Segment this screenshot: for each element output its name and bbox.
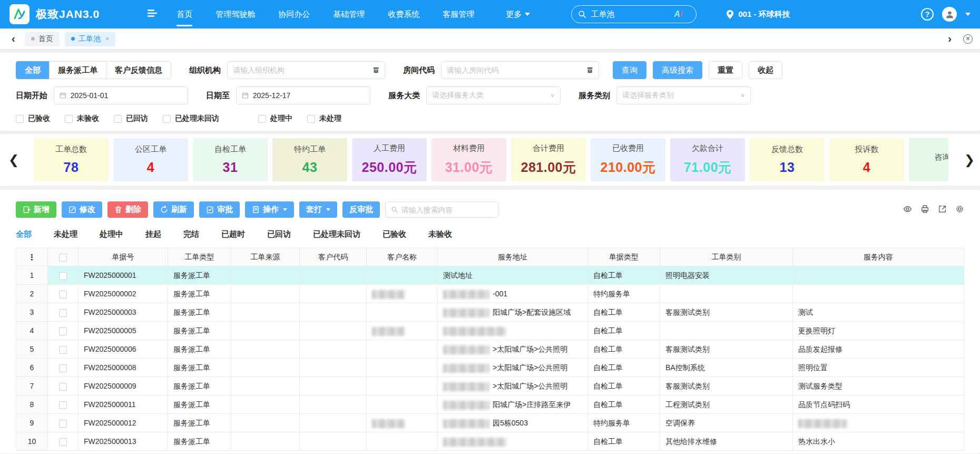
- room-input[interactable]: [447, 66, 586, 74]
- date-start-input[interactable]: [71, 91, 182, 100]
- global-search-input[interactable]: [591, 10, 670, 19]
- table-row[interactable]: 4FW2025000005服务派工单自检工单更换照明灯: [16, 322, 964, 340]
- row-checkbox[interactable]: [59, 401, 67, 409]
- nav-item-5[interactable]: 收费系统: [388, 0, 419, 28]
- menu-collapse-icon[interactable]: [147, 9, 158, 20]
- stat-card-3[interactable]: 自检工单31: [193, 138, 268, 181]
- row-checkbox[interactable]: [59, 364, 67, 372]
- row-checkbox[interactable]: [59, 327, 67, 335]
- filter-button-收起[interactable]: 收起: [749, 61, 782, 79]
- toolbar-button-新增[interactable]: 新增: [16, 201, 56, 218]
- ai-assistant-icon[interactable]: Ai: [674, 9, 682, 19]
- column-header-客户代码[interactable]: 客户代码: [300, 248, 367, 266]
- checkbox-已验收[interactable]: 已验收: [16, 114, 50, 123]
- stat-card-6[interactable]: 材料费用31.00元: [432, 138, 506, 181]
- status-tab-已回访[interactable]: 已回访: [267, 229, 291, 242]
- column-header-服务地址[interactable]: 服务地址: [438, 248, 588, 266]
- stat-card-10[interactable]: 反馈总数13: [750, 138, 825, 181]
- table-row[interactable]: 7FW2025000009服务派工单>太阳城广场>公共照明自检工单客服测试类别测…: [16, 377, 964, 395]
- toolbar-button-反审批[interactable]: 反审批: [342, 201, 380, 218]
- nav-item-3[interactable]: 协同办公: [278, 0, 310, 28]
- date-end-input[interactable]: [253, 91, 365, 100]
- service-cat-select[interactable]: 请选择服务大类 ∨: [426, 86, 561, 104]
- checkbox-box[interactable]: [65, 115, 73, 123]
- status-tab-未验收[interactable]: 未验收: [428, 229, 452, 242]
- help-icon[interactable]: ?: [921, 8, 934, 21]
- room-picker-icon[interactable]: [586, 66, 593, 74]
- column-header-工单类别[interactable]: 工单类别: [660, 248, 793, 266]
- column-header-客户名称[interactable]: 客户名称: [367, 248, 438, 266]
- table-row[interactable]: 3FW2025000003服务派工单阳城广场>配套设施区域自检工单客服测试类别测…: [16, 303, 964, 322]
- filter-button-重置[interactable]: 重置: [709, 61, 742, 79]
- filter-type-tab-2[interactable]: 服务派工单: [49, 61, 106, 79]
- select-all-checkbox[interactable]: [59, 254, 67, 262]
- stat-card-5[interactable]: 人工费用250.00元: [352, 138, 427, 181]
- toolbar-button-修改[interactable]: 修改: [62, 201, 102, 218]
- status-tab-挂起[interactable]: 挂起: [145, 229, 161, 242]
- row-checkbox[interactable]: [59, 420, 67, 428]
- filter-type-tab-1[interactable]: 全部: [16, 61, 50, 79]
- stat-card-1[interactable]: 工单总数78: [34, 138, 109, 181]
- column-header-单据号[interactable]: 单据号: [79, 248, 168, 266]
- checkbox-box[interactable]: [16, 115, 24, 123]
- table-row[interactable]: 8FW2025000011服务派工单阳城广场>庄排路至来伊自检工单工程测试类别品…: [16, 395, 964, 414]
- table-row[interactable]: 5FW2025000006服务派工单>太阳城广场>公共照明自检工单客服测试类别品…: [16, 340, 964, 359]
- page-tab-2[interactable]: 工单池×: [65, 32, 116, 46]
- row-checkbox[interactable]: [59, 438, 67, 446]
- stats-scroll-left-icon[interactable]: ❮: [8, 152, 19, 167]
- status-tab-已处理未回访[interactable]: 已处理未回访: [313, 229, 360, 242]
- chevron-down-icon[interactable]: [965, 13, 971, 16]
- export-icon[interactable]: [938, 205, 947, 214]
- stat-card-9[interactable]: 欠款合计71.00元: [670, 138, 745, 181]
- status-tab-全部[interactable]: 全部: [16, 229, 32, 242]
- user-avatar[interactable]: [942, 7, 957, 22]
- checkbox-处理中[interactable]: 处理中: [258, 114, 292, 123]
- service-type-select[interactable]: 请选择服务类别 ∨: [616, 86, 751, 104]
- nav-item-2[interactable]: 管理驾驶舱: [215, 0, 255, 28]
- toolbar-button-审批[interactable]: 审批: [199, 201, 240, 218]
- checkbox-box[interactable]: [258, 115, 266, 123]
- nav-item-4[interactable]: 基础管理: [333, 0, 365, 28]
- nav-more-button[interactable]: 更多: [506, 9, 530, 20]
- toolbar-button-套打[interactable]: 套打: [299, 201, 337, 218]
- stat-card-2[interactable]: 公区工单4: [113, 138, 188, 181]
- stat-card-12[interactable]: 咨询数: [909, 138, 948, 181]
- filter-type-tab-3[interactable]: 客户反馈信息: [106, 61, 171, 79]
- stat-card-8[interactable]: 已收费用210.00元: [591, 138, 665, 181]
- table-row[interactable]: 9FW2025000012服务派工单园5栋0503特约服务单空调保养: [16, 414, 964, 432]
- stats-scroll-right-icon[interactable]: ❯: [964, 152, 975, 167]
- status-tab-完结[interactable]: 完结: [183, 229, 199, 242]
- org-input[interactable]: [233, 66, 373, 74]
- stat-card-11[interactable]: 投诉数4: [829, 138, 904, 181]
- eye-icon[interactable]: [903, 205, 912, 214]
- printer-icon[interactable]: [920, 205, 929, 214]
- table-search-input[interactable]: [401, 206, 493, 214]
- tabs-scroll-right-icon[interactable]: ›: [944, 33, 956, 45]
- row-checkbox[interactable]: [59, 291, 67, 298]
- table-row[interactable]: 1FW2025000001服务派工单测试地址自检工单照明电器安装: [16, 266, 964, 285]
- row-checkbox[interactable]: [59, 383, 67, 391]
- org-picker-icon[interactable]: [373, 66, 379, 74]
- column-header-单据类型[interactable]: 单据类型: [588, 248, 660, 266]
- nav-item-1[interactable]: 首页: [177, 0, 192, 28]
- status-tab-已超时[interactable]: 已超时: [221, 229, 245, 242]
- table-row[interactable]: 2FW2025000002服务派工单-001特约服务单: [16, 285, 964, 303]
- toolbar-button-操作[interactable]: 操作: [245, 201, 294, 218]
- checkbox-未验收[interactable]: 未验收: [65, 114, 99, 123]
- checkbox-box[interactable]: [114, 115, 122, 123]
- status-tab-处理中[interactable]: 处理中: [100, 229, 123, 242]
- tab-close-icon[interactable]: ×: [105, 35, 110, 43]
- column-drag-handle[interactable]: ⋮: [16, 248, 48, 266]
- stat-card-4[interactable]: 特约工单43: [272, 138, 347, 181]
- table-row[interactable]: 10FW2025000013服务派工单自检工单其他给排水维修热水出水小: [16, 432, 964, 451]
- filter-button-查询[interactable]: 查询: [613, 61, 646, 79]
- toolbar-button-刷新[interactable]: 刷新: [153, 201, 194, 218]
- global-search[interactable]: Ai: [571, 5, 697, 23]
- filter-button-高级搜索[interactable]: 高级搜索: [653, 61, 702, 79]
- toolbar-button-删除[interactable]: 删除: [107, 201, 148, 218]
- row-checkbox[interactable]: [59, 346, 67, 354]
- stat-card-7[interactable]: 合计费用281.00元: [511, 138, 586, 181]
- page-tab-1[interactable]: 首页: [25, 32, 60, 46]
- column-header-服务内容[interactable]: 服务内容: [793, 248, 964, 266]
- status-tab-未处理[interactable]: 未处理: [54, 229, 77, 242]
